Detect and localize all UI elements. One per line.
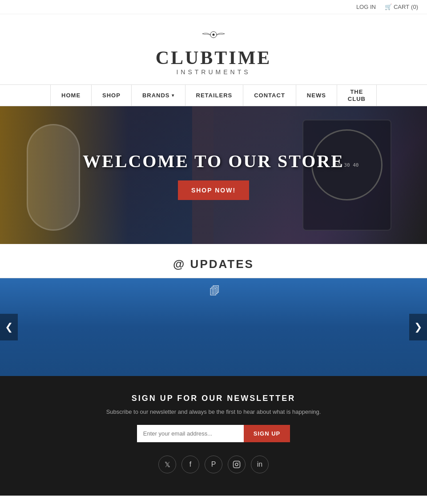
instagram-icon[interactable] (228, 456, 246, 473)
cart-count: (0) (411, 4, 418, 10)
svg-point-1 (212, 34, 214, 36)
social-icons: 𝕏 f P in (9, 456, 418, 473)
nav-brands-label: BRANDS (142, 92, 170, 99)
nav-shop[interactable]: SHOP (92, 85, 132, 106)
top-bar: LOG IN 🛒 CART (0) (0, 0, 427, 14)
brand-name: CLUBTIME (156, 47, 272, 68)
carousel-content: 🗐 (0, 278, 427, 376)
cart-icon: 🛒 (385, 4, 392, 10)
newsletter-subtitle: Subscribe to our newsletter and always b… (9, 408, 418, 415)
newsletter-section: SIGN UP FOR OUR NEWSLETTER Subscribe to … (0, 376, 427, 496)
nav-home[interactable]: HOME (50, 85, 92, 106)
newsletter-signup-button[interactable]: SIGN UP (244, 425, 290, 442)
hero-banner: 20 30 40 WELCOME TO OUR STORE SHOP NOW! (0, 106, 427, 244)
brand-sub: INSTRUMENTS (176, 68, 250, 76)
nav-the-label: THE (350, 88, 363, 96)
logo-area: CLUBTIME INSTRUMENTS (0, 14, 427, 84)
newsletter-email-input[interactable] (137, 425, 244, 442)
updates-section: @ UPDATES (0, 244, 427, 278)
cart-link[interactable]: 🛒 CART (0) (385, 4, 418, 10)
shop-now-button[interactable]: SHOP NOW! (178, 180, 249, 200)
nav-brands[interactable]: BRANDS ▾ (132, 85, 185, 106)
login-link[interactable]: LOG IN (356, 4, 376, 10)
hero-watch-decor-1 (27, 124, 80, 231)
carousel-prev-button[interactable]: ❮ (0, 314, 18, 340)
newsletter-form: SIGN UP (9, 425, 418, 442)
cart-label: CART (394, 4, 409, 10)
hero-content: WELCOME TO OUR STORE SHOP NOW! (83, 151, 344, 200)
nav-the-club[interactable]: THE CLUB (337, 85, 377, 106)
footer-links: Jobs Instruction Manual Returns Privacy … (0, 496, 427, 504)
logo-icon (200, 28, 227, 45)
pinterest-icon[interactable]: P (205, 456, 222, 473)
svg-point-4 (238, 462, 239, 463)
hero-title: WELCOME TO OUR STORE (83, 151, 344, 172)
svg-point-3 (235, 463, 238, 466)
nav-retailers[interactable]: RETAILERS (185, 85, 244, 106)
twitter-icon[interactable]: 𝕏 (158, 456, 176, 473)
nav-club-label: CLUB (348, 96, 366, 103)
nav-contact[interactable]: CONTACT (243, 85, 296, 106)
nav-news[interactable]: NEWS (296, 85, 337, 106)
chevron-down-icon: ▾ (172, 93, 174, 98)
nav-bar: HOME SHOP BRANDS ▾ RETAILERS CONTACT NEW… (0, 84, 427, 106)
carousel-area: ❮ 🗐 ❯ (0, 278, 427, 376)
linkedin-icon[interactable]: in (251, 456, 269, 473)
updates-title: @ UPDATES (0, 257, 427, 271)
carousel-next-button[interactable]: ❯ (409, 314, 427, 340)
newsletter-title: SIGN UP FOR OUR NEWSLETTER (9, 394, 418, 403)
facebook-icon[interactable]: f (181, 456, 199, 473)
logo[interactable]: CLUBTIME INSTRUMENTS (156, 28, 272, 76)
document-icon: 🗐 (209, 285, 220, 297)
svg-rect-2 (234, 461, 240, 468)
